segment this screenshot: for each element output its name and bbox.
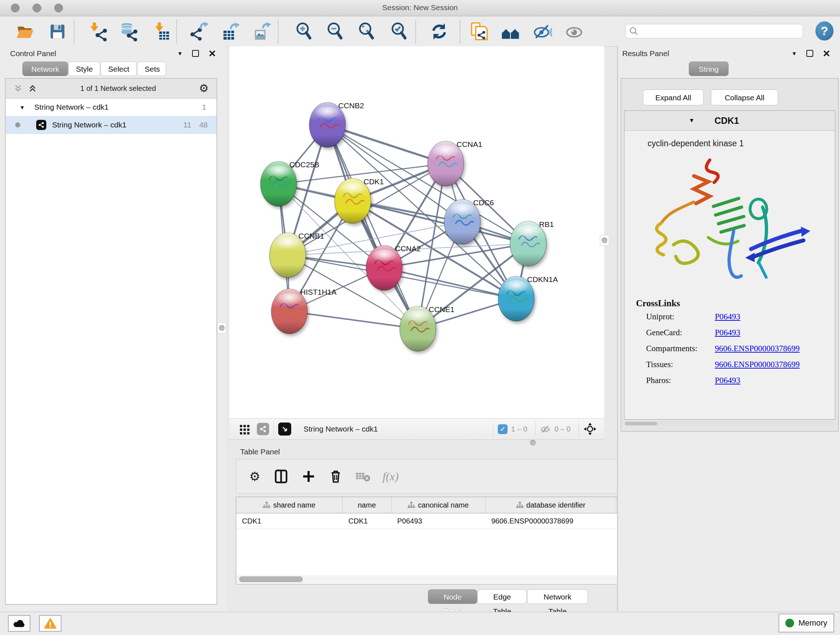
toolbar-separator [460,20,461,43]
show-columns-icon[interactable] [275,469,287,484]
crosslinks-list: Uniprot:P06493GeneCard:P06493Compartment… [646,312,835,385]
node-label-CDC25B: CDC25B [289,160,319,169]
zoom-out-icon[interactable] [325,22,345,41]
close-panel-icon[interactable]: ✕ [208,50,216,57]
grid-view-icon[interactable] [240,424,250,434]
entry-header[interactable]: ▼ CDK1 [624,111,835,131]
string-results-container: Expand All Collapse All ▼ CDK1 cyclin-de… [621,78,838,432]
tree-expander-icon[interactable]: ▼ [19,104,25,111]
crosslink-value-link[interactable]: P06493 [715,376,740,385]
crosslink-value-link[interactable]: P06493 [715,328,740,337]
tab-string[interactable]: String [689,62,729,76]
navigator-crosshair-icon[interactable] [583,422,597,436]
help-button[interactable]: ? [815,21,834,41]
crosslink-value-link[interactable]: 9606.ENSP00000378699 [715,360,800,369]
results-scrollbar[interactable] [624,421,835,426]
left-splitter-grip[interactable] [217,323,226,333]
crosslink-value-link[interactable]: P06493 [715,312,740,321]
search-input[interactable] [638,27,803,36]
tab-sets[interactable]: Sets [137,62,166,76]
expand-all-icon[interactable] [28,84,37,93]
search-box[interactable] [625,24,803,38]
network-row[interactable]: String Network – cdk1 11 48 [6,116,216,134]
show-hidden-icon[interactable] [564,22,584,41]
memory-button[interactable]: Memory [778,614,834,632]
import-network-database-icon[interactable] [118,22,138,41]
crosslink-value-link[interactable]: 9606.ENSP00000378699 [715,344,800,353]
control-panel-title: Control Panel [10,49,56,58]
network-collection-row[interactable]: ▼ String Network – cdk1 1 [6,98,216,116]
entry-description: cyclin-dependent kinase 1 [647,139,835,149]
crosslinks-title: CrossLinks [636,298,835,309]
float-panel-icon[interactable] [192,50,199,57]
entry-expander-icon[interactable]: ▼ [689,117,695,124]
import-table-icon[interactable] [152,22,172,41]
crosslink-label: Pharos: [646,376,715,385]
cloud-button[interactable] [8,615,30,632]
edge-HIST1H1A-CCNE1[interactable] [289,311,418,329]
zoom-selected-icon[interactable] [390,22,409,41]
save-session-icon[interactable] [48,22,67,41]
tab-network-table[interactable]: Network Table [527,589,588,604]
collapse-panel-icon[interactable]: ▼ [791,50,797,57]
export-network-icon[interactable] [189,22,209,41]
table-settings-gear-icon[interactable]: ⚙ [249,471,260,482]
gear-icon[interactable]: ⚙ [199,83,209,94]
node-label-HIST1H1A: HIST1H1A [300,288,336,296]
delete-table-icon[interactable] [355,471,370,482]
function-builder-icon[interactable]: f(x) [382,470,398,483]
collapse-all-icon[interactable] [13,84,23,93]
memory-status-dot [785,619,794,627]
right-splitter-grip[interactable] [600,235,609,246]
table-cell[interactable]: CDK1 [236,513,343,529]
collapse-all-button[interactable]: Collapse All [711,89,778,105]
scrollbar-thumb[interactable] [625,422,657,425]
tab-style[interactable]: Style [68,62,100,76]
edge-CCNB2-CCNE1[interactable] [327,125,418,329]
network-selection-bar: 1 of 1 Network selected ⚙ [5,79,217,98]
crosslink-label: Compartments: [646,344,715,353]
add-column-icon[interactable] [302,470,315,483]
network-view-type-icon[interactable] [257,423,269,435]
hide-selected-icon[interactable] [532,22,552,41]
float-panel-icon[interactable] [806,50,813,57]
network-canvas[interactable]: CCNB2CCNA1CDC25BCDK1CDC6RB1CCNB1CCNA2CDK… [229,46,604,418]
table-cell[interactable]: P06493 [392,513,485,529]
open-in-window-icon[interactable] [278,423,291,435]
hidden-eye-icon[interactable] [540,424,551,434]
zoom-in-icon[interactable] [294,22,314,41]
bottom-splitter-grip[interactable] [530,440,536,446]
tab-network[interactable]: Network [22,62,68,76]
edge-CDK1-RB1[interactable] [353,201,528,244]
zoom-fit-icon[interactable] [357,22,377,41]
column-header-shared-name[interactable]: shared name [236,497,343,513]
column-header-label: canonical name [418,501,469,509]
export-table-icon[interactable] [221,22,240,41]
delete-column-icon[interactable] [330,469,342,484]
expand-all-button[interactable]: Expand All [643,89,704,105]
network-graph[interactable]: CCNB2CCNA1CDC25BCDK1CDC6RB1CCNB1CCNA2CDK… [229,46,604,418]
warnings-button[interactable] [39,615,62,632]
column-header-canonical-name[interactable]: canonical name [392,497,485,513]
import-network-file-icon[interactable] [88,22,108,41]
collapse-panel-icon[interactable]: ▼ [177,50,183,57]
network-tree: ▼ String Network – cdk1 1 String Network… [6,98,216,604]
open-session-icon[interactable] [15,22,35,41]
tab-edge-table[interactable]: Edge Table [477,589,527,604]
close-panel-icon[interactable]: ✕ [823,50,831,57]
node-entry-card: ▼ CDK1 cyclin-dependent kinase 1 [624,111,835,420]
show-all-networks-icon[interactable] [501,22,520,41]
tab-select[interactable]: Select [101,62,137,76]
selected-checkbox-icon[interactable]: ✓ [498,424,508,434]
edge-CCNA2-CDKN1A[interactable] [384,268,516,299]
column-header-database-identifier[interactable]: database identifier [485,497,616,513]
copy-network-icon[interactable] [469,22,489,41]
scrollbar-thumb[interactable] [239,576,303,582]
table-cell[interactable]: 9606.ENSP00000378699 [485,513,616,529]
warning-icon [44,618,57,629]
table-cell[interactable]: CDK1 [343,513,392,529]
export-image-icon[interactable] [253,22,272,41]
refresh-view-icon[interactable] [429,22,449,41]
tab-node-table[interactable]: Node Table [428,589,477,604]
column-header-name[interactable]: name [343,497,392,513]
